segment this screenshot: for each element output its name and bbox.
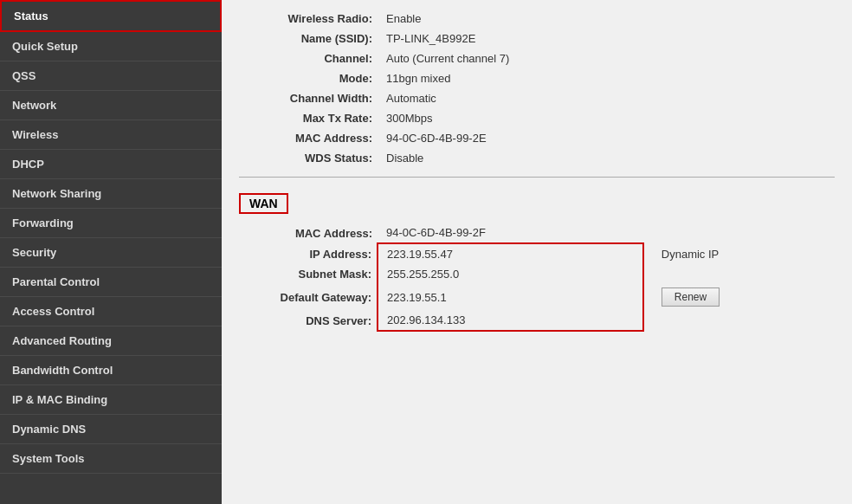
wireless-value-4: Automatic (378, 88, 835, 108)
wan-ip-label: IP Address: (239, 243, 378, 264)
wireless-row-1: Name (SSID): TP-LINK_4B992E (239, 29, 835, 48)
sidebar-item-qss[interactable]: QSS (0, 61, 222, 91)
gateway-value: 223.19.55.1 (387, 291, 447, 304)
wan-info-table: MAC Address: 94-0C-6D-4B-99-2F IP Addres… (239, 223, 835, 332)
wan-mac-value: 94-0C-6D-4B-99-2F (378, 223, 643, 243)
sidebar-item-security[interactable]: Security (0, 238, 222, 268)
sidebar-item-advanced-routing[interactable]: Advanced Routing (0, 326, 222, 356)
wireless-label-1: Name (SSID): (239, 29, 378, 48)
wireless-value-7: Disable (378, 148, 835, 168)
wireless-label-6: MAC Address: (239, 128, 378, 148)
sidebar-item-bandwidth-control[interactable]: Bandwidth Control (0, 356, 222, 385)
wireless-label-0: Wireless Radio: (239, 9, 378, 29)
wan-gateway-value: 223.19.55.1 (378, 284, 643, 310)
sidebar-item-dynamic-dns[interactable]: Dynamic DNS (0, 415, 222, 444)
wireless-label-3: Mode: (239, 68, 378, 88)
wireless-value-1: TP-LINK_4B992E (378, 29, 835, 48)
wireless-row-4: Channel Width: Automatic (239, 88, 835, 108)
wireless-row-2: Channel: Auto (Current channel 7) (239, 48, 835, 68)
wan-mac-row: MAC Address: 94-0C-6D-4B-99-2F (239, 223, 835, 243)
sidebar-item-parental-control[interactable]: Parental Control (0, 268, 222, 297)
ip-address-value: 223.19.55.47 (387, 248, 453, 261)
subnet-value: 255.255.255.0 (387, 268, 459, 281)
wireless-label-5: Max Tx Rate: (239, 108, 378, 128)
wan-header: WAN (239, 193, 288, 214)
sidebar-item-forwarding[interactable]: Forwarding (0, 209, 222, 238)
wan-ip-value: 223.19.55.47 (378, 243, 643, 264)
wireless-row-5: Max Tx Rate: 300Mbps (239, 108, 835, 128)
wan-dns-row: DNS Server: 202.96.134.133 (239, 310, 835, 331)
wireless-label-7: WDS Status: (239, 148, 378, 168)
sidebar-item-quick-setup[interactable]: Quick Setup (0, 32, 222, 61)
wireless-label-4: Channel Width: (239, 88, 378, 108)
wireless-row-7: WDS Status: Disable (239, 148, 835, 168)
wireless-value-2: Auto (Current channel 7) (378, 48, 835, 68)
sidebar-item-status[interactable]: Status (0, 0, 222, 32)
wan-gateway-label: Default Gateway: (239, 284, 378, 310)
renew-button[interactable]: Renew (662, 288, 720, 307)
wan-subnet-row: Subnet Mask: 255.255.255.0 (239, 264, 835, 284)
wan-subnet-label: Subnet Mask: (239, 264, 378, 284)
sidebar-item-system-tools[interactable]: System Tools (0, 444, 222, 474)
wireless-row-0: Wireless Radio: Enable (239, 9, 835, 29)
wan-dns-label: DNS Server: (239, 310, 378, 331)
wireless-value-3: 11bgn mixed (378, 68, 835, 88)
wan-subnet-value: 255.255.255.0 (378, 264, 643, 284)
wireless-info-table: Wireless Radio: Enable Name (SSID): TP-L… (239, 9, 835, 168)
wan-gateway-row: Default Gateway: 223.19.55.1 Renew (239, 284, 835, 310)
wireless-value-0: Enable (378, 9, 835, 29)
wan-mac-label: MAC Address: (239, 223, 378, 243)
sidebar-item-dhcp[interactable]: DHCP (0, 150, 222, 179)
sidebar-item-wireless[interactable]: Wireless (0, 120, 222, 150)
sidebar-item-network-sharing[interactable]: Network Sharing (0, 179, 222, 209)
wireless-row-6: MAC Address: 94-0C-6D-4B-99-2E (239, 128, 835, 148)
sidebar-item-access-control[interactable]: Access Control (0, 297, 222, 326)
wireless-label-2: Channel: (239, 48, 378, 68)
sidebar-item-ip--mac-binding[interactable]: IP & MAC Binding (0, 385, 222, 415)
wireless-row-3: Mode: 11bgn mixed (239, 68, 835, 88)
dynamic-ip-label: Dynamic IP (643, 243, 835, 264)
main-content: Wireless Radio: Enable Name (SSID): TP-L… (222, 0, 852, 504)
wireless-value-5: 300Mbps (378, 108, 835, 128)
wan-dns-value: 202.96.134.133 (378, 310, 643, 331)
sidebar: StatusQuick SetupQSSNetworkWirelessDHCPN… (0, 0, 222, 504)
section-divider (239, 177, 835, 178)
dns-value: 202.96.134.133 (387, 313, 465, 326)
wan-ip-row: IP Address: 223.19.55.47 Dynamic IP (239, 243, 835, 264)
wireless-value-6: 94-0C-6D-4B-99-2E (378, 128, 835, 148)
sidebar-item-network[interactable]: Network (0, 91, 222, 120)
